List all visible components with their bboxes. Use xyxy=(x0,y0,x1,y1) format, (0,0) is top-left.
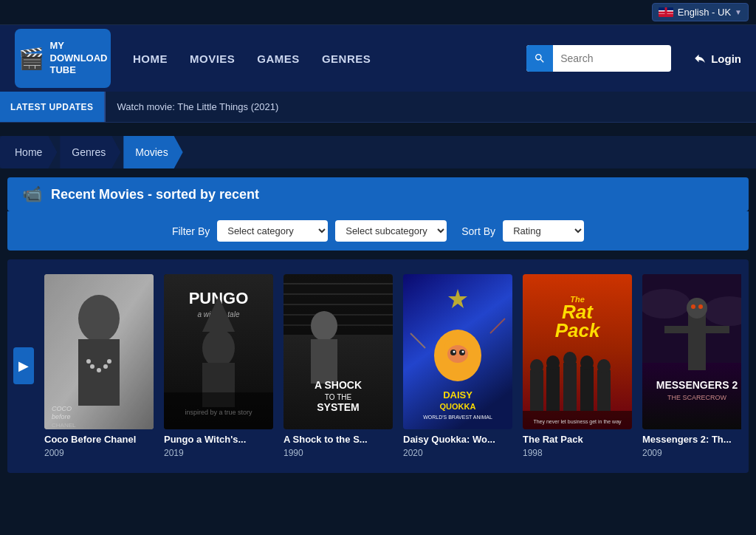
svg-text:QUOKKA: QUOKKA xyxy=(440,402,476,411)
language-label: English - UK xyxy=(678,7,731,18)
svg-rect-26 xyxy=(284,305,393,314)
header: 🎬 MY DOWNLOAD TUBE HOME MOVIES GAMES GEN… xyxy=(0,25,756,92)
movie-year-messengers: 2009 xyxy=(642,448,741,458)
ratpack-poster-art: The Rat Pack They never let business g xyxy=(523,274,632,429)
svg-point-54 xyxy=(530,359,543,374)
svg-point-17 xyxy=(202,329,235,367)
breadcrumb-movies[interactable]: Movies xyxy=(123,136,182,168)
movie-card-shock[interactable]: A SHOCK TO THE SYSTEM A Shock to the S..… xyxy=(284,274,393,458)
movie-card-pungo[interactable]: PUNGO a witch's tale inspired by a true … xyxy=(164,274,273,458)
svg-text:THE SCARECROW: THE SCARECROW xyxy=(667,394,727,401)
movie-card-ratpack[interactable]: The Rat Pack They never let business g xyxy=(523,274,632,458)
chevron-down-icon: ▼ xyxy=(735,8,742,16)
movie-poster-messengers: MESSENGERS 2 THE SCARECROW xyxy=(642,274,741,429)
svg-rect-55 xyxy=(546,367,560,411)
subcategory-select[interactable]: Select subcategory xyxy=(335,220,447,242)
movie-year-shock: 1990 xyxy=(284,448,393,458)
login-icon xyxy=(693,52,707,65)
movie-title-pungo: Pungo a Witch's... xyxy=(164,434,273,446)
movie-card-coco[interactable]: COCO before CHANEL Coco Before Chanel 20… xyxy=(44,274,154,458)
nav-games[interactable]: GAMES xyxy=(257,52,300,65)
movies-section: ▶ xyxy=(7,259,749,473)
svg-rect-27 xyxy=(284,316,393,324)
svg-text:A SHOCK: A SHOCK xyxy=(315,379,362,391)
search-button[interactable] xyxy=(526,45,553,72)
svg-point-29 xyxy=(311,311,337,341)
filter-bar: Filter By Select category Select subcate… xyxy=(7,211,749,251)
svg-text:They never let business get in: They never let business get in the way xyxy=(533,419,622,425)
movies-grid: COCO before CHANEL Coco Before Chanel 20… xyxy=(44,274,741,458)
messengers-poster-art: MESSENGERS 2 THE SCARECROW xyxy=(642,274,741,429)
logo-icon: 🎬 xyxy=(18,47,44,71)
svg-text:WORLD'S BRAVEST ANIMAL: WORLD'S BRAVEST ANIMAL xyxy=(423,415,492,420)
breadcrumb-home[interactable]: Home xyxy=(0,136,57,168)
movie-poster-ratpack: The Rat Pack They never let business g xyxy=(523,274,632,429)
movie-year-coco: 2009 xyxy=(44,448,154,458)
svg-point-73 xyxy=(698,304,703,309)
login-label: Login xyxy=(711,52,741,65)
svg-rect-25 xyxy=(284,295,393,304)
movie-poster-shock: A SHOCK TO THE SYSTEM xyxy=(284,274,393,429)
svg-point-42 xyxy=(462,351,464,353)
svg-rect-70 xyxy=(664,326,729,333)
svg-rect-57 xyxy=(563,363,577,411)
breadcrumb-bar: Home Genres Movies xyxy=(0,136,756,168)
sort-select[interactable]: Rating Date Title xyxy=(503,220,584,242)
logo-text: MY DOWNLOAD TUBE xyxy=(50,40,108,78)
svg-rect-30 xyxy=(311,339,337,384)
svg-rect-28 xyxy=(284,326,393,335)
coco-poster-art: COCO before CHANEL xyxy=(44,274,154,429)
movie-title-coco: Coco Before Chanel xyxy=(44,434,154,446)
svg-point-72 xyxy=(691,304,695,309)
search-box xyxy=(526,45,671,72)
spacer xyxy=(0,123,756,136)
svg-point-62 xyxy=(597,359,611,374)
language-selector[interactable]: English - UK ▼ xyxy=(652,3,749,21)
svg-text:Pack: Pack xyxy=(555,319,601,341)
svg-rect-59 xyxy=(580,367,594,411)
movie-poster-daisy: DAISY QUOKKA WORLD'S BRAVEST ANIMAL xyxy=(403,274,512,429)
ticker-content[interactable]: Watch movie: The Little Things (2021) xyxy=(106,92,291,122)
movie-year-pungo: 2019 xyxy=(164,448,273,458)
svg-point-71 xyxy=(687,298,707,318)
login-button[interactable]: Login xyxy=(693,52,741,65)
logo[interactable]: 🎬 MY DOWNLOAD TUBE xyxy=(15,29,111,88)
sort-by-label: Sort By xyxy=(461,225,495,237)
movie-card-messengers[interactable]: MESSENGERS 2 THE SCARECROW Messengers 2:… xyxy=(642,274,741,458)
svg-rect-23 xyxy=(284,274,393,283)
search-icon xyxy=(534,52,546,64)
svg-point-60 xyxy=(580,355,594,370)
section-title: Recent Movies - sorted by recent xyxy=(51,187,259,202)
svg-point-41 xyxy=(453,351,456,353)
main-nav: HOME MOVIES GAMES GENRES xyxy=(133,52,504,65)
movie-title-ratpack: The Rat Pack xyxy=(523,434,632,446)
movie-camera-icon: 📹 xyxy=(22,185,42,204)
nav-genres[interactable]: GENRES xyxy=(322,52,371,65)
prev-button[interactable]: ▶ xyxy=(13,347,34,384)
svg-text:inspired by a true story: inspired by a true story xyxy=(185,409,252,416)
nav-movies[interactable]: MOVIES xyxy=(190,52,235,65)
movie-title-daisy: Daisy Quokka: Wo... xyxy=(403,434,512,446)
pungo-poster-art: PUNGO a witch's tale inspired by a true … xyxy=(164,274,273,429)
filter-by-label: Filter By xyxy=(172,225,210,237)
search-input[interactable] xyxy=(553,52,671,64)
svg-point-58 xyxy=(563,352,577,367)
svg-rect-53 xyxy=(530,370,543,411)
prev-icon: ▶ xyxy=(18,358,29,374)
movie-year-ratpack: 1998 xyxy=(523,448,632,458)
movie-title-messengers: Messengers 2: Th... xyxy=(642,434,741,446)
svg-rect-61 xyxy=(597,370,611,411)
nav-home[interactable]: HOME xyxy=(133,52,168,65)
category-select[interactable]: Select category xyxy=(217,220,328,242)
movie-card-daisy[interactable]: DAISY QUOKKA WORLD'S BRAVEST ANIMAL Dais… xyxy=(403,274,512,458)
svg-rect-12 xyxy=(44,274,154,429)
svg-text:SYSTEM: SYSTEM xyxy=(317,401,360,413)
svg-point-56 xyxy=(546,355,560,370)
daisy-poster-art: DAISY QUOKKA WORLD'S BRAVEST ANIMAL xyxy=(403,274,512,429)
uk-flag-icon xyxy=(659,7,673,17)
breadcrumb-genres[interactable]: Genres xyxy=(60,136,120,168)
movie-poster-pungo: PUNGO a witch's tale inspired by a true … xyxy=(164,274,273,429)
section-header: 📹 Recent Movies - sorted by recent xyxy=(7,177,749,211)
top-bar: English - UK ▼ xyxy=(0,0,756,25)
shock-poster-art: A SHOCK TO THE SYSTEM xyxy=(284,274,393,429)
